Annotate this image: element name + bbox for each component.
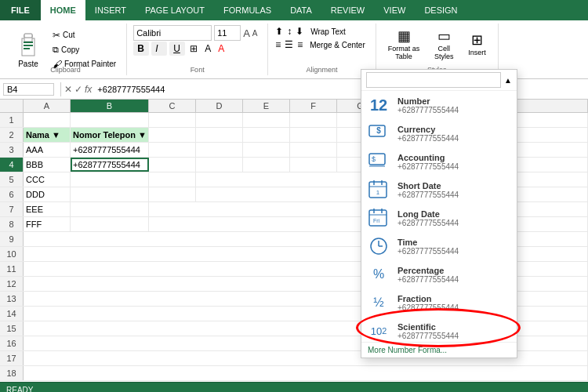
cell-b6[interactable] (71, 187, 149, 201)
cell-b8[interactable] (71, 217, 149, 231)
copy-button[interactable]: ⧉ Copy (49, 43, 120, 56)
align-middle-icon[interactable]: ↕ (286, 25, 292, 38)
col-header-d[interactable]: D (196, 100, 243, 112)
cell-a2[interactable]: Nama ▼ (24, 128, 71, 142)
cell-d1[interactable] (196, 113, 243, 127)
bold-button[interactable]: B (133, 42, 149, 56)
fill-color-icon[interactable]: A (202, 42, 213, 55)
cell-f2[interactable] (290, 128, 337, 142)
cell-d2[interactable] (196, 128, 243, 142)
cell-a8[interactable]: FFF (24, 217, 71, 231)
cell-f1[interactable] (290, 113, 337, 127)
tab-insert[interactable]: INSERT (85, 0, 136, 20)
cell-c6[interactable] (149, 187, 196, 201)
cell-f4[interactable] (290, 158, 337, 172)
tab-review[interactable]: REVIEW (321, 0, 374, 20)
row-header-12[interactable]: 12 (0, 277, 24, 291)
cell-f3[interactable] (290, 143, 337, 157)
cell-c2[interactable] (149, 128, 196, 142)
cell-a6[interactable]: DDD (24, 187, 71, 201)
cell-a4[interactable]: BBB (24, 158, 71, 172)
row-header-4[interactable]: 4 (0, 158, 24, 172)
row-header-13[interactable]: 13 (0, 292, 24, 306)
cell-a3[interactable]: AAA (24, 143, 71, 157)
row-header-15[interactable]: 15 (0, 321, 24, 336)
row-header-3[interactable]: 3 (0, 143, 24, 157)
border-icon[interactable]: ⊞ (187, 42, 200, 55)
col-header-e[interactable]: E (243, 100, 290, 112)
row-header-16[interactable]: 16 (0, 336, 24, 350)
formula-fx-icon[interactable]: fx (85, 84, 92, 95)
formula-confirm-icon[interactable]: ✓ (74, 84, 82, 95)
font-size-input[interactable] (214, 25, 241, 41)
format-as-table-button[interactable]: ▦ Format asTable (383, 25, 426, 63)
tab-file[interactable]: FILE (0, 0, 41, 20)
row-header-2[interactable]: 2 (0, 128, 24, 142)
format-item-scientific[interactable]: 102 Scientific +6287777555444 (361, 317, 517, 342)
col-header-b[interactable]: B (71, 100, 149, 112)
tab-design[interactable]: DESIGN (415, 0, 466, 20)
cell-a1[interactable] (24, 113, 71, 127)
align-center-icon[interactable]: ☰ (284, 38, 294, 51)
cell-e2[interactable] (243, 128, 290, 142)
name-box[interactable] (3, 83, 54, 96)
tab-view[interactable]: VIEW (374, 0, 415, 20)
format-item-number[interactable]: 12 Number +6287777555444 (361, 91, 517, 119)
align-bottom-icon[interactable]: ⬇ (295, 25, 304, 38)
format-item-long-date[interactable]: Fri Long Date +6287777555444 (361, 204, 517, 232)
format-item-fraction[interactable]: ½ Fraction +6287777555444 (361, 289, 517, 317)
cell-a7[interactable]: EEE (24, 202, 71, 216)
cell-c4[interactable] (149, 158, 196, 172)
insert-button[interactable]: ⊞ Insert (463, 28, 492, 60)
row-header-9[interactable]: 9 (0, 232, 24, 246)
font-name-input[interactable] (133, 25, 212, 41)
cell-c3[interactable] (149, 143, 196, 157)
row-header-7[interactable]: 7 (0, 202, 24, 216)
tab-formulas[interactable]: FORMULAS (214, 0, 281, 20)
cell-b5[interactable] (71, 172, 149, 187)
row-header-17[interactable]: 17 (0, 351, 24, 365)
col-header-f[interactable]: F (290, 100, 337, 112)
tab-page-layout[interactable]: PAGE LAYOUT (136, 0, 214, 20)
cell-c5[interactable] (149, 172, 196, 187)
align-right-icon[interactable]: ≡ (296, 38, 303, 51)
cell-e3[interactable] (243, 143, 290, 157)
row-header-6[interactable]: 6 (0, 187, 24, 201)
format-item-currency[interactable]: $ Currency +6287777555444 (361, 119, 517, 147)
cell-b2[interactable]: Nomor Telepon ▼ (71, 128, 149, 142)
italic-button[interactable]: I (151, 42, 167, 56)
row-header-5[interactable]: 5 (0, 172, 24, 187)
cell-b3[interactable]: +6287777555444 (71, 143, 149, 157)
cell-a5[interactable]: CCC (24, 172, 71, 187)
row-header-8[interactable]: 8 (0, 217, 24, 231)
merge-center-button[interactable]: Merge & Center (306, 39, 369, 51)
wrap-text-button[interactable]: Wrap Text (307, 26, 350, 38)
row-header-14[interactable]: 14 (0, 307, 24, 321)
font-grow-icon[interactable]: A (243, 27, 250, 39)
cell-b4[interactable]: +6287777555444 (71, 158, 149, 172)
tab-data[interactable]: DATA (281, 0, 321, 20)
more-formats-button[interactable]: More Number Forma... (361, 342, 517, 358)
row-header-10[interactable]: 10 (0, 247, 24, 261)
underline-button[interactable]: U (169, 42, 185, 56)
format-item-short-date[interactable]: 1 Short Date +6287777555444 (361, 176, 517, 204)
row-header-1[interactable]: 1 (0, 113, 24, 127)
format-item-percentage[interactable]: % Percentage +6287777555444 (361, 260, 517, 289)
cell-b1[interactable] (71, 113, 149, 127)
cell-d4[interactable] (196, 158, 243, 172)
tab-home[interactable]: HOME (41, 0, 85, 20)
format-item-accounting[interactable]: $ Accounting +6287777555444 (361, 147, 517, 176)
col-header-c[interactable]: C (149, 100, 196, 112)
cell-e4[interactable] (243, 158, 290, 172)
col-header-a[interactable]: A (24, 100, 71, 112)
align-top-icon[interactable]: ⬆ (274, 25, 284, 38)
font-color-icon[interactable]: A (216, 42, 227, 55)
format-item-time[interactable]: Time +6287777555444 (361, 232, 517, 260)
paste-button[interactable]: Paste (11, 29, 45, 71)
cell-c1[interactable] (149, 113, 196, 127)
cell-styles-button[interactable]: ▭ CellStyles (428, 25, 459, 63)
format-dropdown-scroll-up[interactable]: ▲ (504, 76, 512, 85)
cell-d3[interactable] (196, 143, 243, 157)
font-shrink-icon[interactable]: A (252, 29, 258, 38)
row-header-18[interactable]: 18 (0, 366, 24, 380)
